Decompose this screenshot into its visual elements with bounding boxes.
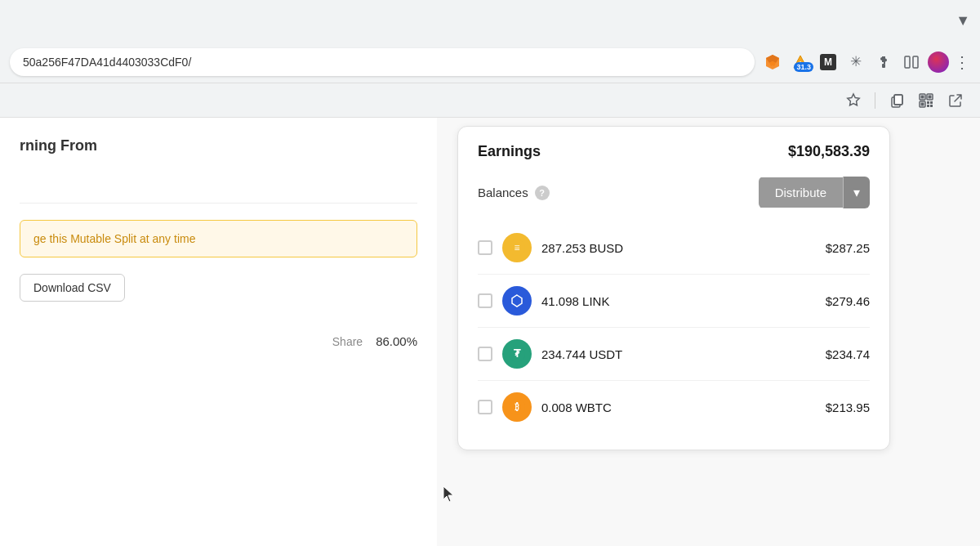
browser-address-bar: ! 31.3 M ✳: [0, 41, 980, 83]
earnings-title: Earnings: [478, 143, 541, 160]
link-icon: [502, 286, 532, 316]
svg-rect-9: [913, 56, 918, 68]
bookmarks-bar: [0, 83, 980, 118]
earnings-total: $190,583.39: [788, 143, 870, 160]
share-row: Share 86.00%: [20, 326, 417, 348]
table-row: ≡ 287.253 BUSD $287.25: [478, 222, 870, 275]
content-area: rning From ge this Mutable Split at any …: [0, 118, 980, 546]
svg-rect-11: [894, 95, 902, 105]
svg-rect-22: [930, 105, 933, 107]
busd-icon: ≡: [502, 233, 532, 262]
svg-text:M: M: [824, 56, 832, 68]
extensions-icon[interactable]: [872, 51, 895, 74]
svg-rect-19: [927, 101, 929, 104]
table-row: 41.098 LINK $279.46: [478, 275, 870, 328]
user-avatar[interactable]: [928, 51, 949, 73]
copy-page-icon[interactable]: [889, 92, 905, 109]
browser-frame: ▼ ! 31.3: [0, 0, 980, 118]
balances-label: Balances: [478, 186, 528, 199]
bookmarks-divider: [875, 92, 875, 109]
earnings-panel: Earnings $190,583.39 Balances ? Distribu…: [457, 126, 890, 450]
busd-checkbox[interactable]: [478, 240, 492, 255]
browser-minimize-icon[interactable]: ▼: [956, 12, 970, 29]
svg-rect-16: [929, 95, 932, 98]
token-list: ≡ 287.253 BUSD $287.25 41.098 LINK $279.…: [478, 222, 870, 433]
wbtc-amount: 0.008 WBTC: [541, 401, 795, 414]
table-row: ₿ 0.008 WBTC $213.95: [478, 381, 870, 433]
split-screen-icon[interactable]: [900, 51, 923, 74]
link-value: $279.46: [804, 294, 870, 308]
svg-text:₿: ₿: [514, 402, 519, 412]
metamask-extension-icon[interactable]: [761, 51, 784, 74]
browser-top-bar: ▼: [0, 0, 980, 41]
svg-rect-21: [927, 105, 929, 107]
usdt-amount: 234.744 USDT: [541, 347, 795, 361]
left-panel: rning From ge this Mutable Split at any …: [0, 118, 437, 546]
download-csv-button[interactable]: Download CSV: [20, 274, 125, 302]
medium-extension-icon[interactable]: M: [817, 51, 840, 74]
share-value: 86.00%: [376, 334, 417, 348]
usdt-icon: ₮: [502, 339, 532, 369]
svg-rect-20: [930, 101, 933, 104]
bookmark-star-icon[interactable]: [845, 92, 862, 109]
distribute-dropdown-button[interactable]: ▾: [843, 177, 870, 208]
left-panel-title: rning From: [20, 137, 417, 154]
distribute-button[interactable]: Distribute: [759, 177, 843, 208]
balances-left: Balances ?: [478, 186, 550, 200]
link-checkbox[interactable]: [478, 293, 492, 308]
usdt-value: $234.74: [804, 347, 870, 361]
busd-amount: 287.253 BUSD: [541, 241, 795, 255]
table-row: ₮ 234.744 USDT $234.74: [478, 328, 870, 381]
browser-extension-icons: ! 31.3 M ✳: [761, 51, 970, 74]
earnings-header: Earnings $190,583.39: [478, 143, 870, 160]
link-amount: 41.098 LINK: [541, 294, 795, 308]
svg-rect-8: [905, 56, 910, 68]
svg-rect-7: [882, 64, 885, 68]
balances-help-icon[interactable]: ?: [535, 186, 550, 200]
browser-menu-icon[interactable]: ⋮: [954, 52, 970, 72]
balances-row: Balances ? Distribute ▾: [478, 177, 870, 208]
wbtc-icon: ₿: [502, 392, 532, 422]
svg-rect-14: [921, 95, 924, 98]
badge-31: 31.3: [794, 62, 813, 72]
usdt-checkbox[interactable]: [478, 347, 492, 361]
svg-text:≡: ≡: [514, 242, 519, 253]
qr-code-icon[interactable]: [918, 92, 934, 109]
wbtc-checkbox[interactable]: [478, 400, 492, 414]
mutable-split-notice: ge this Mutable Split at any time: [20, 220, 417, 257]
external-link-icon[interactable]: [947, 92, 964, 109]
address-input[interactable]: [10, 48, 755, 76]
share-label: Share: [332, 335, 363, 348]
wbtc-value: $213.95: [804, 401, 870, 414]
svg-rect-18: [921, 102, 924, 105]
distribute-button-group: Distribute ▾: [759, 177, 870, 208]
svg-text:₮: ₮: [514, 347, 521, 360]
busd-value: $287.25: [804, 241, 870, 255]
alert-extension-icon[interactable]: ! 31.3: [789, 51, 812, 74]
star-extension-icon[interactable]: ✳: [844, 51, 867, 74]
